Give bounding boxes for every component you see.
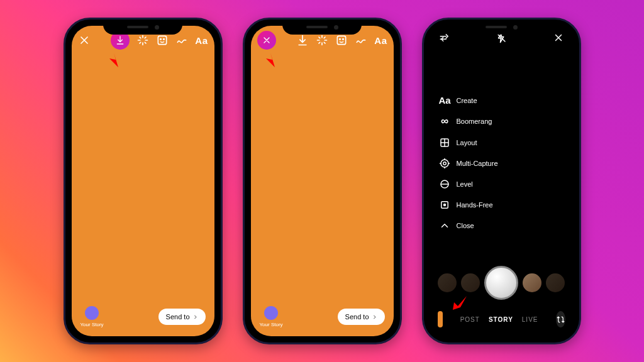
draw-icon[interactable] — [355, 34, 367, 47]
mode-post[interactable]: POST — [460, 316, 480, 323]
text-tool-icon[interactable]: Aa — [374, 35, 387, 46]
camera-ui: Aa Create ∞ Boomerang Layout Multi-Captu… — [430, 26, 573, 336]
camera-tools-menu: Aa Create ∞ Boomerang Layout Multi-Captu… — [439, 95, 498, 231]
text-tool-icon[interactable]: Aa — [195, 35, 208, 46]
filter-thumb[interactable] — [438, 273, 457, 292]
story-editor: Aa Your Story Send to — [72, 26, 214, 336]
story-editor: Aa Your Story Send to — [251, 26, 394, 336]
tool-multicapture[interactable]: Multi-Capture — [439, 158, 498, 169]
your-story-button[interactable]: Your Story — [80, 306, 104, 327]
tool-level[interactable]: Level — [439, 178, 498, 190]
send-to-button[interactable]: Send to — [158, 309, 206, 325]
multicapture-icon — [439, 158, 450, 169]
capture-mode-bar: POST STORY LIVE — [430, 311, 573, 327]
tool-layout[interactable]: Layout — [439, 137, 498, 148]
chevron-right-icon — [192, 314, 198, 320]
download-icon[interactable] — [296, 34, 309, 47]
svg-point-4 — [340, 39, 341, 40]
editor-bottom-bar: Your Story Send to — [72, 306, 214, 327]
gallery-thumbnail[interactable] — [438, 311, 443, 327]
boomerang-icon: ∞ — [439, 115, 450, 128]
avatar — [264, 306, 278, 320]
chevron-right-icon — [372, 314, 377, 320]
tool-handsfree[interactable]: Hands-Free — [439, 199, 498, 211]
mode-live[interactable]: LIVE — [522, 316, 538, 323]
tool-boomerang[interactable]: ∞ Boomerang — [439, 115, 498, 128]
your-story-label: Your Story — [260, 322, 283, 327]
filter-thumb[interactable] — [546, 273, 565, 292]
svg-point-1 — [160, 39, 162, 40]
effects-icon[interactable] — [136, 34, 149, 47]
effects-icon[interactable] — [316, 34, 328, 47]
tutorial-arrow-icon — [104, 48, 125, 69]
phone-left: Aa Your Story Send to — [64, 18, 223, 344]
close-icon[interactable] — [553, 32, 564, 43]
svg-point-8 — [443, 162, 446, 165]
svg-rect-0 — [158, 36, 167, 44]
filter-thumb[interactable] — [461, 273, 480, 292]
svg-point-11 — [443, 204, 446, 207]
settings-icon[interactable] — [439, 32, 450, 43]
tool-create[interactable]: Aa Create — [439, 95, 498, 106]
mode-story[interactable]: STORY — [489, 316, 513, 323]
chevron-up-icon — [439, 220, 450, 231]
filter-thumb[interactable] — [523, 273, 541, 292]
close-icon[interactable] — [262, 35, 272, 45]
send-to-label: Send to — [166, 313, 190, 321]
download-icon[interactable] — [115, 35, 125, 45]
handsfree-icon — [439, 199, 450, 211]
svg-point-2 — [164, 39, 165, 40]
sticker-icon[interactable] — [156, 34, 169, 47]
your-story-button[interactable]: Your Story — [260, 306, 283, 327]
close-icon[interactable] — [78, 34, 91, 47]
close-highlight — [257, 31, 276, 50]
tool-close-menu[interactable]: Close — [439, 220, 498, 231]
svg-point-5 — [343, 39, 344, 40]
svg-point-7 — [441, 160, 448, 167]
shutter-button[interactable] — [484, 266, 518, 300]
phone-right: Aa Create ∞ Boomerang Layout Multi-Captu… — [422, 18, 581, 344]
switch-camera-button[interactable] — [556, 311, 565, 327]
notch — [462, 19, 541, 35]
draw-icon[interactable] — [175, 34, 188, 47]
layout-icon — [439, 137, 450, 148]
phone-middle: Aa Your Story Send to — [243, 18, 402, 344]
notch — [103, 19, 182, 35]
sticker-icon[interactable] — [335, 34, 348, 47]
tutorial-arrow-icon — [261, 48, 281, 69]
create-icon: Aa — [439, 95, 450, 106]
send-to-button[interactable]: Send to — [338, 309, 385, 325]
svg-rect-3 — [338, 36, 346, 44]
avatar — [85, 306, 99, 320]
your-story-label: Your Story — [80, 322, 104, 327]
tutorial-arrow-icon — [450, 292, 470, 312]
editor-bottom-bar: Your Story Send to — [251, 306, 394, 327]
send-to-label: Send to — [345, 313, 369, 321]
level-icon — [439, 178, 450, 190]
notch — [282, 19, 362, 35]
